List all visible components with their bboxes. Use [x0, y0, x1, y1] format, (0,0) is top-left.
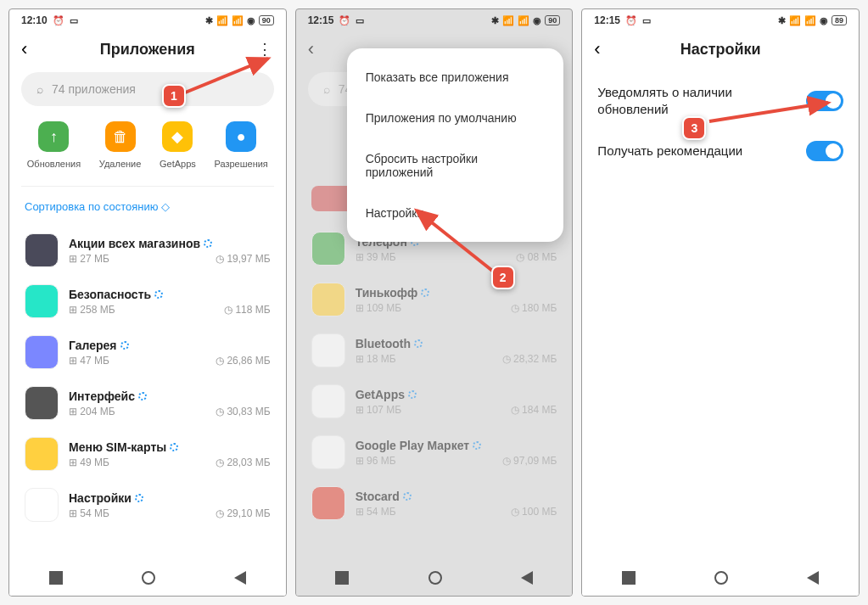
- nav-home[interactable]: [142, 571, 155, 585]
- app-name: Bluetooth: [356, 337, 557, 350]
- app-row[interactable]: Stocard ⊞ 54 МБ◷ 100 МБ: [308, 478, 561, 529]
- app-row[interactable]: Безопасность ⊞ 258 МБ◷ 118 МБ: [21, 276, 274, 327]
- more-menu-button[interactable]: ⋮: [257, 40, 272, 59]
- app-name: Безопасность: [69, 288, 271, 301]
- app-list: Акции всех магазинов ⊞ 27 МБ◷ 19,97 МББе…: [9, 225, 286, 530]
- page-title: Настройки: [594, 41, 847, 59]
- trash-icon: 🗑: [105, 121, 136, 152]
- sort-selector[interactable]: Сортировка по состоянию ◇: [9, 195, 286, 225]
- app-name: Меню SIM-карты: [69, 440, 271, 454]
- battery-indicator: 89: [832, 15, 847, 25]
- signal-icon: 📶: [502, 15, 514, 26]
- phone-screen-3: 12:15 ⏰ ▭ ✱ 📶 📶 ◉ 89 ‹ Настройки Уведомл…: [581, 8, 860, 597]
- quick-actions-row: ↑Обновления 🗑Удаление ◆GetApps ●Разрешен…: [9, 121, 286, 186]
- search-icon: ⌕: [36, 82, 43, 96]
- quick-updates[interactable]: ↑Обновления: [27, 121, 81, 169]
- quick-permissions[interactable]: ●Разрешения: [214, 121, 267, 169]
- app-row[interactable]: Bluetooth ⊞ 18 МБ◷ 28,32 МБ: [308, 325, 561, 376]
- navigation-bar: [582, 560, 859, 596]
- setting-notify-updates[interactable]: Уведомлять о наличии обновлений: [582, 72, 859, 129]
- setting-label: Уведомлять о наличии обновлений: [597, 84, 767, 117]
- app-storage: ◷ 118 МБ: [224, 304, 271, 316]
- app-icon: [25, 386, 59, 420]
- app-name: Тинькофф: [356, 286, 557, 300]
- nav-back[interactable]: [807, 571, 819, 585]
- phone-screen-2: 12:15 ⏰ ▭ ✱ 📶 📶 ◉ 90 ‹ ⌕ 74 пр ↑Обновле: [295, 8, 574, 597]
- signal-icon: 📶: [789, 15, 801, 26]
- divider: [21, 186, 274, 187]
- nav-home[interactable]: [714, 571, 728, 585]
- battery-indicator: 90: [259, 15, 274, 25]
- app-name: Акции всех магазинов: [69, 237, 271, 250]
- nav-recents[interactable]: [622, 571, 636, 585]
- menu-default-apps[interactable]: Приложения по умолчанию: [347, 98, 564, 138]
- menu-reset-app-settings[interactable]: Сбросить настройки приложений: [347, 138, 564, 193]
- app-icon: [311, 384, 345, 418]
- app-row[interactable]: Настройки ⊞ 54 МБ◷ 29,10 МБ: [21, 479, 274, 530]
- loading-icon: [135, 494, 143, 502]
- nav-recents[interactable]: [335, 571, 349, 585]
- alarm-icon: ⏰: [625, 15, 637, 26]
- app-ram: ⊞ 39 МБ: [356, 251, 396, 263]
- loading-icon: [170, 443, 178, 451]
- nav-recents[interactable]: [49, 571, 63, 585]
- app-storage: ◷ 100 МБ: [511, 506, 557, 518]
- annotation-badge-3: 3: [682, 116, 706, 140]
- cast-icon: ▭: [70, 15, 78, 26]
- app-ram: ⊞ 109 МБ: [356, 302, 402, 314]
- signal-icon: 📶: [804, 15, 816, 26]
- app-storage: ◷ 180 МБ: [511, 302, 557, 314]
- app-icon: [25, 284, 59, 318]
- back-button[interactable]: ‹: [308, 38, 328, 60]
- quick-uninstall[interactable]: 🗑Удаление: [99, 121, 142, 169]
- menu-show-all-apps[interactable]: Показать все приложения: [347, 57, 564, 98]
- setting-label: Получать рекомендации: [597, 143, 742, 160]
- bluetooth-icon: ✱: [205, 15, 213, 26]
- app-icon: [311, 435, 345, 469]
- status-bar: 12:15 ⏰ ▭ ✱ 📶 📶 ◉ 90: [296, 9, 573, 31]
- setting-recommendations[interactable]: Получать рекомендации: [582, 129, 859, 173]
- status-time: 12:15: [308, 14, 334, 26]
- signal-icon: 📶: [518, 15, 529, 26]
- app-name: Галерея: [69, 339, 271, 352]
- app-ram: ⊞ 27 МБ: [69, 253, 109, 265]
- app-storage: ◷ 30,83 МБ: [216, 406, 271, 417]
- nav-back[interactable]: [521, 571, 533, 585]
- loading-icon: [138, 392, 147, 401]
- app-ram: ⊞ 96 МБ: [356, 455, 396, 467]
- bluetooth-icon: ✱: [491, 15, 499, 26]
- nav-home[interactable]: [428, 571, 442, 585]
- quick-getapps[interactable]: ◆GetApps: [160, 121, 196, 169]
- app-row[interactable]: Google Play Маркет ⊞ 96 МБ◷ 97,09 МБ: [308, 427, 561, 478]
- app-storage: ◷ 28,03 МБ: [216, 457, 271, 468]
- menu-settings[interactable]: Настройки: [347, 193, 564, 233]
- cast-icon: ▭: [642, 15, 651, 26]
- app-name: Настройки: [69, 491, 271, 505]
- app-icon: [25, 335, 59, 369]
- app-name: Интерфейс: [69, 389, 271, 403]
- loading-icon: [120, 341, 129, 350]
- app-row[interactable]: Галерея ⊞ 47 МБ◷ 26,86 МБ: [21, 327, 274, 378]
- app-ram: ⊞ 107 МБ: [356, 404, 402, 416]
- search-input[interactable]: ⌕ 74 приложения: [21, 72, 274, 106]
- status-bar: 12:15 ⏰ ▭ ✱ 📶 📶 ◉ 89: [582, 9, 859, 31]
- app-icon: [311, 232, 345, 266]
- app-row[interactable]: Меню SIM-карты ⊞ 49 МБ◷ 28,03 МБ: [21, 429, 274, 479]
- toggle-switch[interactable]: [806, 141, 843, 161]
- app-row[interactable]: Акции всех магазинов ⊞ 27 МБ◷ 19,97 МБ: [21, 225, 274, 276]
- app-row[interactable]: GetApps ⊞ 107 МБ◷ 184 МБ: [308, 376, 561, 427]
- app-ram: ⊞ 258 МБ: [69, 304, 115, 316]
- loading-icon: [408, 390, 417, 399]
- app-storage: ◷ 28,32 МБ: [502, 353, 557, 365]
- app-row[interactable]: Тинькофф ⊞ 109 МБ◷ 180 МБ: [308, 274, 561, 325]
- app-storage: ◷ 29,10 МБ: [216, 507, 271, 519]
- bluetooth-icon: ✱: [778, 15, 786, 26]
- navigation-bar: [296, 560, 573, 596]
- toggle-switch[interactable]: [806, 91, 843, 111]
- app-row[interactable]: Интерфейс ⊞ 204 МБ◷ 30,83 МБ: [21, 378, 274, 429]
- signal-icon: 📶: [216, 15, 228, 26]
- header: ‹ Настройки: [582, 31, 859, 72]
- app-ram: ⊞ 47 МБ: [69, 355, 109, 367]
- nav-back[interactable]: [234, 571, 246, 585]
- app-storage: ◷ 97,09 МБ: [502, 455, 557, 467]
